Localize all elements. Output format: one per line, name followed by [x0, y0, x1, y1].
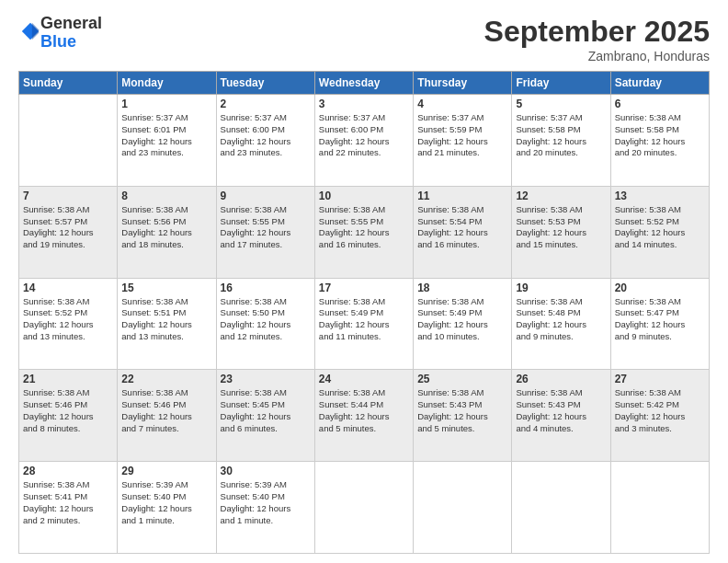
day-number: 16	[221, 282, 311, 294]
calendar-cell	[19, 95, 118, 187]
day-info: Sunrise: 5:37 AMSunset: 6:00 PMDaylight:…	[221, 112, 311, 159]
weekday-header-thursday: Thursday	[414, 72, 512, 95]
day-info: Sunrise: 5:38 AMSunset: 5:44 PMDaylight:…	[319, 387, 409, 434]
day-info: Sunrise: 5:38 AMSunset: 5:58 PMDaylight:…	[615, 112, 705, 159]
day-number: 28	[23, 465, 113, 477]
day-number: 18	[417, 282, 507, 294]
day-number: 14	[23, 282, 113, 294]
day-info: Sunrise: 5:38 AMSunset: 5:51 PMDaylight:…	[121, 296, 211, 343]
calendar-cell: 30Sunrise: 5:39 AMSunset: 5:40 PMDayligh…	[216, 462, 314, 554]
calendar-cell: 29Sunrise: 5:39 AMSunset: 5:40 PMDayligh…	[118, 462, 216, 554]
calendar-cell: 4Sunrise: 5:37 AMSunset: 5:59 PMDaylight…	[414, 95, 512, 187]
calendar-cell: 19Sunrise: 5:38 AMSunset: 5:48 PMDayligh…	[512, 278, 610, 370]
day-number: 2	[221, 98, 311, 110]
day-info: Sunrise: 5:38 AMSunset: 5:41 PMDaylight:…	[23, 479, 113, 526]
day-info: Sunrise: 5:38 AMSunset: 5:53 PMDaylight:…	[516, 204, 606, 251]
weekday-header-row: SundayMondayTuesdayWednesdayThursdayFrid…	[19, 72, 710, 95]
calendar-cell: 16Sunrise: 5:38 AMSunset: 5:50 PMDayligh…	[216, 278, 314, 370]
calendar-cell: 1Sunrise: 5:37 AMSunset: 6:01 PMDaylight…	[118, 95, 216, 187]
calendar-cell: 22Sunrise: 5:38 AMSunset: 5:46 PMDayligh…	[118, 370, 216, 462]
logo: General Blue	[18, 15, 102, 52]
day-number: 10	[319, 190, 409, 202]
day-number: 19	[516, 282, 606, 294]
day-info: Sunrise: 5:37 AMSunset: 6:01 PMDaylight:…	[121, 112, 211, 159]
day-number: 15	[121, 282, 211, 294]
day-number: 22	[121, 373, 211, 385]
day-number: 6	[615, 98, 705, 110]
day-number: 13	[615, 190, 705, 202]
day-info: Sunrise: 5:38 AMSunset: 5:46 PMDaylight:…	[121, 387, 211, 434]
day-number: 17	[319, 282, 409, 294]
calendar-cell: 25Sunrise: 5:38 AMSunset: 5:43 PMDayligh…	[414, 370, 512, 462]
day-info: Sunrise: 5:38 AMSunset: 5:57 PMDaylight:…	[23, 204, 113, 251]
calendar-week-row: 1Sunrise: 5:37 AMSunset: 6:01 PMDaylight…	[19, 95, 710, 187]
month-title: September 2025	[484, 15, 710, 49]
calendar-cell: 28Sunrise: 5:38 AMSunset: 5:41 PMDayligh…	[19, 462, 118, 554]
calendar-week-row: 21Sunrise: 5:38 AMSunset: 5:46 PMDayligh…	[19, 370, 710, 462]
page: General Blue September 2025 Zambrano, Ho…	[0, 0, 728, 563]
calendar-cell	[512, 462, 610, 554]
day-info: Sunrise: 5:38 AMSunset: 5:52 PMDaylight:…	[23, 296, 113, 343]
day-number: 30	[221, 465, 311, 477]
calendar-cell: 13Sunrise: 5:38 AMSunset: 5:52 PMDayligh…	[610, 186, 709, 278]
day-number: 23	[221, 373, 311, 385]
day-info: Sunrise: 5:38 AMSunset: 5:50 PMDaylight:…	[221, 296, 311, 343]
weekday-header-tuesday: Tuesday	[216, 72, 314, 95]
calendar-cell	[314, 462, 413, 554]
calendar-table: SundayMondayTuesdayWednesdayThursdayFrid…	[18, 71, 710, 554]
weekday-header-saturday: Saturday	[610, 72, 709, 95]
weekday-header-monday: Monday	[118, 72, 216, 95]
day-number: 12	[516, 190, 606, 202]
calendar-cell	[610, 462, 709, 554]
day-info: Sunrise: 5:38 AMSunset: 5:52 PMDaylight:…	[615, 204, 705, 251]
day-number: 11	[417, 190, 507, 202]
day-info: Sunrise: 5:38 AMSunset: 5:46 PMDaylight:…	[23, 387, 113, 434]
day-number: 3	[319, 98, 409, 110]
calendar-cell: 7Sunrise: 5:38 AMSunset: 5:57 PMDaylight…	[19, 186, 118, 278]
header: General Blue September 2025 Zambrano, Ho…	[18, 15, 710, 63]
calendar-cell: 2Sunrise: 5:37 AMSunset: 6:00 PMDaylight…	[216, 95, 314, 187]
calendar-cell: 23Sunrise: 5:38 AMSunset: 5:45 PMDayligh…	[216, 370, 314, 462]
day-info: Sunrise: 5:38 AMSunset: 5:54 PMDaylight:…	[417, 204, 507, 251]
weekday-header-wednesday: Wednesday	[314, 72, 413, 95]
day-number: 26	[516, 373, 606, 385]
day-number: 1	[121, 98, 211, 110]
day-info: Sunrise: 5:37 AMSunset: 5:58 PMDaylight:…	[516, 112, 606, 159]
calendar-cell: 15Sunrise: 5:38 AMSunset: 5:51 PMDayligh…	[118, 278, 216, 370]
weekday-header-sunday: Sunday	[19, 72, 118, 95]
day-number: 24	[319, 373, 409, 385]
calendar-cell	[414, 462, 512, 554]
day-number: 27	[615, 373, 705, 385]
day-info: Sunrise: 5:38 AMSunset: 5:47 PMDaylight:…	[615, 296, 705, 343]
calendar-cell: 20Sunrise: 5:38 AMSunset: 5:47 PMDayligh…	[610, 278, 709, 370]
calendar-cell: 18Sunrise: 5:38 AMSunset: 5:49 PMDayligh…	[414, 278, 512, 370]
calendar-cell: 26Sunrise: 5:38 AMSunset: 5:43 PMDayligh…	[512, 370, 610, 462]
calendar-cell: 6Sunrise: 5:38 AMSunset: 5:58 PMDaylight…	[610, 95, 709, 187]
calendar-cell: 11Sunrise: 5:38 AMSunset: 5:54 PMDayligh…	[414, 186, 512, 278]
calendar-cell: 27Sunrise: 5:38 AMSunset: 5:42 PMDayligh…	[610, 370, 709, 462]
day-number: 25	[417, 373, 507, 385]
calendar-week-row: 28Sunrise: 5:38 AMSunset: 5:41 PMDayligh…	[19, 462, 710, 554]
location: Zambrano, Honduras	[484, 49, 710, 63]
day-info: Sunrise: 5:38 AMSunset: 5:55 PMDaylight:…	[319, 204, 409, 251]
day-info: Sunrise: 5:39 AMSunset: 5:40 PMDaylight:…	[221, 479, 311, 526]
day-info: Sunrise: 5:38 AMSunset: 5:43 PMDaylight:…	[516, 387, 606, 434]
calendar-cell: 8Sunrise: 5:38 AMSunset: 5:56 PMDaylight…	[118, 186, 216, 278]
svg-marker-1	[32, 23, 39, 40]
calendar-cell: 12Sunrise: 5:38 AMSunset: 5:53 PMDayligh…	[512, 186, 610, 278]
day-info: Sunrise: 5:38 AMSunset: 5:49 PMDaylight:…	[417, 296, 507, 343]
calendar-cell: 9Sunrise: 5:38 AMSunset: 5:55 PMDaylight…	[216, 186, 314, 278]
day-info: Sunrise: 5:39 AMSunset: 5:40 PMDaylight:…	[121, 479, 211, 526]
day-number: 20	[615, 282, 705, 294]
calendar-cell: 10Sunrise: 5:38 AMSunset: 5:55 PMDayligh…	[314, 186, 413, 278]
title-block: September 2025 Zambrano, Honduras	[484, 15, 710, 63]
calendar-cell: 17Sunrise: 5:38 AMSunset: 5:49 PMDayligh…	[314, 278, 413, 370]
day-info: Sunrise: 5:37 AMSunset: 6:00 PMDaylight:…	[319, 112, 409, 159]
logo-blue-text: Blue	[40, 32, 76, 51]
day-number: 21	[23, 373, 113, 385]
day-info: Sunrise: 5:38 AMSunset: 5:42 PMDaylight:…	[615, 387, 705, 434]
day-number: 7	[23, 190, 113, 202]
weekday-header-friday: Friday	[512, 72, 610, 95]
calendar-cell: 5Sunrise: 5:37 AMSunset: 5:58 PMDaylight…	[512, 95, 610, 187]
day-number: 9	[221, 190, 311, 202]
